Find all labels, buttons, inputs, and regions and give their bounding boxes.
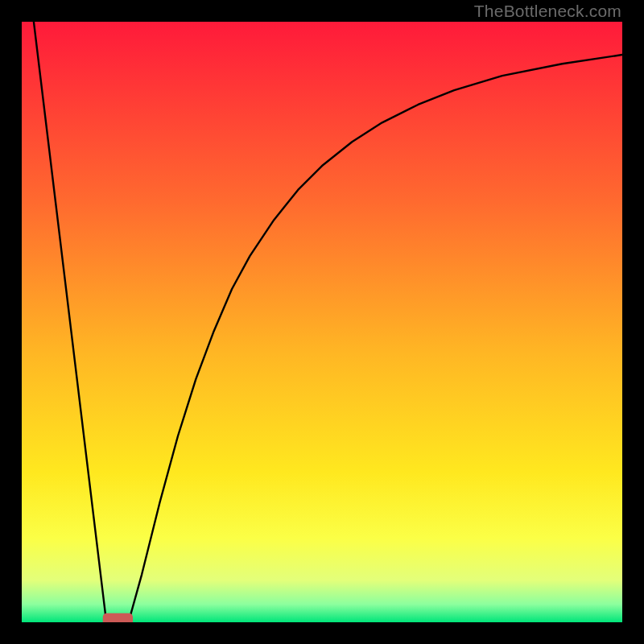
watermark-text: TheBottleneck.com	[474, 2, 621, 21]
optimal-marker	[103, 613, 133, 622]
chart-frame: TheBottleneck.com	[0, 0, 644, 644]
bottleneck-chart	[22, 22, 622, 622]
chart-background	[22, 22, 622, 622]
